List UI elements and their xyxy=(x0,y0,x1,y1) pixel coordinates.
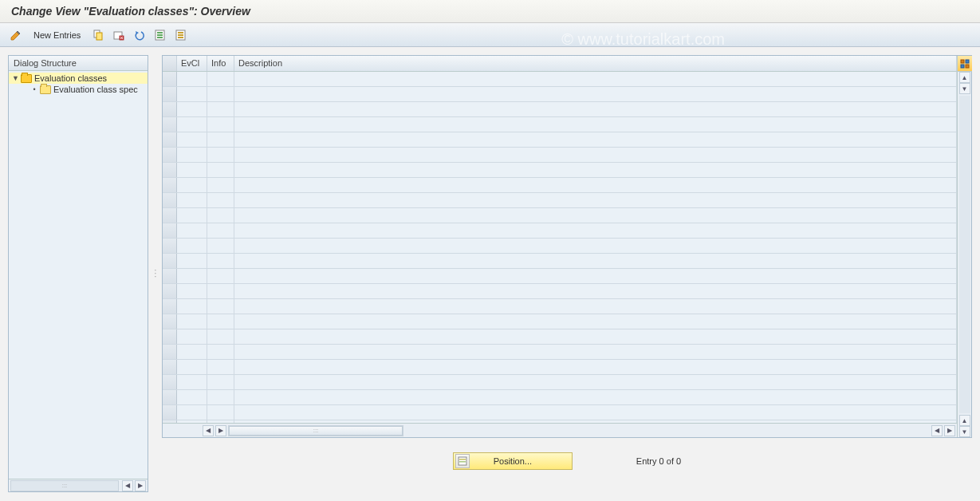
cell-description[interactable] xyxy=(234,87,957,101)
cell-info[interactable] xyxy=(207,132,234,147)
scroll-right-end-icon[interactable]: ▶ xyxy=(944,425,955,436)
select-all-icon[interactable] xyxy=(152,27,168,43)
table-row[interactable] xyxy=(163,314,957,329)
cell-description[interactable] xyxy=(234,193,957,207)
dialog-structure-tree[interactable]: ▼ Evaluation classes • Evaluation class … xyxy=(9,71,148,479)
column-header-description[interactable]: Description xyxy=(234,56,957,71)
cell-description[interactable] xyxy=(234,345,957,359)
cell-info[interactable] xyxy=(207,223,234,238)
table-row[interactable] xyxy=(163,390,957,405)
cell-description[interactable] xyxy=(234,178,957,192)
cell-description[interactable] xyxy=(234,375,957,389)
position-button[interactable]: Position... xyxy=(453,452,573,470)
cell-info[interactable] xyxy=(207,375,234,389)
cell-description[interactable] xyxy=(234,329,957,344)
cell-description[interactable] xyxy=(234,254,957,268)
scroll-thumb[interactable]: ::: xyxy=(229,426,403,436)
scroll-track[interactable] xyxy=(959,96,970,413)
cell-evcl[interactable] xyxy=(177,239,207,253)
copy-icon[interactable] xyxy=(90,27,106,43)
row-selector[interactable] xyxy=(163,329,177,344)
cell-evcl[interactable] xyxy=(177,269,207,283)
row-selector[interactable] xyxy=(163,223,177,238)
row-selector[interactable] xyxy=(163,314,177,329)
row-selector[interactable] xyxy=(163,193,177,207)
row-selector[interactable] xyxy=(163,254,177,268)
cell-info[interactable] xyxy=(207,329,234,344)
cell-description[interactable] xyxy=(234,360,957,374)
table-row[interactable] xyxy=(163,360,957,375)
table-row[interactable] xyxy=(163,239,957,254)
cell-evcl[interactable] xyxy=(177,299,207,314)
cell-info[interactable] xyxy=(207,269,234,283)
undo-icon[interactable] xyxy=(132,27,148,43)
row-selector[interactable] xyxy=(163,360,177,374)
row-selector[interactable] xyxy=(163,299,177,314)
table-row[interactable] xyxy=(163,329,957,345)
cell-evcl[interactable] xyxy=(177,193,207,207)
cell-description[interactable] xyxy=(234,132,957,147)
scroll-right-icon[interactable]: ▶ xyxy=(135,480,146,491)
cell-info[interactable] xyxy=(207,360,234,374)
row-selector[interactable] xyxy=(163,132,177,147)
cell-info[interactable] xyxy=(207,314,234,329)
table-row[interactable] xyxy=(163,163,957,178)
delete-icon[interactable] xyxy=(111,27,127,43)
cell-evcl[interactable] xyxy=(177,375,207,389)
cell-evcl[interactable] xyxy=(177,72,207,86)
tree-node-evaluation-classes[interactable]: ▼ Evaluation classes xyxy=(9,73,148,84)
table-row[interactable] xyxy=(163,375,957,390)
table-row[interactable] xyxy=(163,223,957,239)
table-settings-icon[interactable] xyxy=(958,56,972,72)
cell-description[interactable] xyxy=(234,208,957,223)
cell-evcl[interactable] xyxy=(177,148,207,162)
cell-description[interactable] xyxy=(234,299,957,314)
splitter-handle[interactable]: ··· xyxy=(153,55,157,492)
table-row[interactable] xyxy=(163,299,957,314)
table-row[interactable] xyxy=(163,132,957,148)
cell-description[interactable] xyxy=(234,390,957,404)
scroll-track[interactable]: ::: xyxy=(10,480,119,491)
new-entries-button[interactable]: New Entries xyxy=(29,30,85,40)
expand-icon[interactable]: ▼ xyxy=(12,74,18,82)
scroll-left-end-icon[interactable]: ◀ xyxy=(931,425,943,436)
cell-info[interactable] xyxy=(207,193,234,207)
column-header-info[interactable]: Info xyxy=(207,56,234,71)
row-selector[interactable] xyxy=(163,102,177,116)
cell-evcl[interactable] xyxy=(177,360,207,374)
table-row[interactable] xyxy=(163,405,957,420)
cell-evcl[interactable] xyxy=(177,345,207,359)
cell-info[interactable] xyxy=(207,208,234,223)
cell-evcl[interactable] xyxy=(177,163,207,177)
row-selector[interactable] xyxy=(163,178,177,192)
cell-info[interactable] xyxy=(207,254,234,268)
row-selector[interactable] xyxy=(163,375,177,389)
toggle-change-icon[interactable] xyxy=(8,27,24,43)
cell-evcl[interactable] xyxy=(177,178,207,192)
cell-evcl[interactable] xyxy=(177,87,207,101)
deselect-all-icon[interactable] xyxy=(173,27,189,43)
cell-description[interactable] xyxy=(234,314,957,329)
row-selector[interactable] xyxy=(163,390,177,404)
table-row[interactable] xyxy=(163,193,957,208)
cell-evcl[interactable] xyxy=(177,208,207,223)
row-selector[interactable] xyxy=(163,345,177,359)
row-selector[interactable] xyxy=(163,117,177,132)
cell-info[interactable] xyxy=(207,284,234,298)
cell-description[interactable] xyxy=(234,148,957,162)
cell-info[interactable] xyxy=(207,178,234,192)
table-horizontal-scrollbar[interactable]: ◀ ▶ ::: ◀ ▶ xyxy=(163,423,957,437)
cell-description[interactable] xyxy=(234,72,957,86)
cell-description[interactable] xyxy=(234,102,957,116)
cell-info[interactable] xyxy=(207,390,234,404)
scroll-up-end-icon[interactable]: ▲ xyxy=(959,415,970,426)
row-selector[interactable] xyxy=(163,87,177,101)
cell-evcl[interactable] xyxy=(177,314,207,329)
column-header-evcl[interactable]: EvCl xyxy=(177,56,207,71)
cell-info[interactable] xyxy=(207,163,234,177)
scroll-track[interactable]: ::: xyxy=(228,425,403,436)
tree-horizontal-scrollbar[interactable]: ::: ◀ ▶ xyxy=(9,479,148,491)
cell-description[interactable] xyxy=(234,223,957,238)
table-row[interactable] xyxy=(163,284,957,299)
table-row[interactable] xyxy=(163,87,957,102)
